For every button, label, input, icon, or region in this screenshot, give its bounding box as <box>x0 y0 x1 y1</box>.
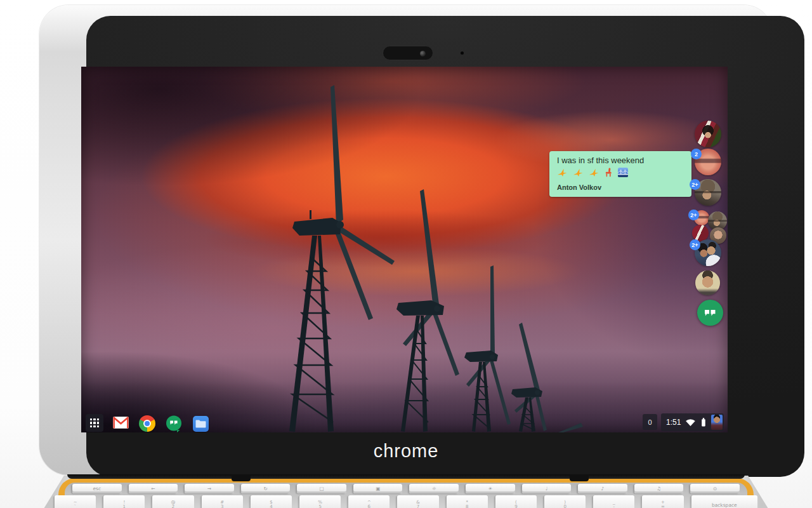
shelf-item-chrome[interactable] <box>139 415 155 432</box>
message-emoji-row <box>557 168 628 177</box>
key-3: #3 <box>202 495 243 508</box>
user-avatar <box>711 415 723 430</box>
hinge-foot <box>570 474 589 481</box>
gmail-icon <box>113 417 129 429</box>
key-4: $4 <box>251 495 292 508</box>
key-9: (9 <box>495 495 537 508</box>
webcam-module <box>383 46 433 60</box>
key-volume-down: ♪ <box>578 484 627 493</box>
message-text: I was in sf this weekend <box>557 156 644 165</box>
app-launcher-button[interactable] <box>86 414 103 432</box>
unread-count-badge: 2+ <box>688 210 699 220</box>
airplane-emoji-icon <box>588 167 599 177</box>
key-5: %5 <box>299 495 341 508</box>
key-7: &7 <box>397 495 438 508</box>
unread-count-badge: 2 <box>691 149 702 159</box>
battery-icon <box>700 417 707 427</box>
key-brightness-down: ☼ <box>409 484 459 493</box>
key-mute: ♩ <box>522 484 572 493</box>
bridge-emoji-icon <box>618 168 628 177</box>
chat-head-contact-1[interactable] <box>695 121 721 147</box>
microphone-hole <box>461 51 464 55</box>
key-refresh: ↻ <box>241 484 291 493</box>
wind-turbines-wallpaper <box>81 67 728 432</box>
notification-counter[interactable]: 0 <box>643 414 657 430</box>
key-volume-up: ♫ <box>634 484 684 493</box>
chat-head-contact-5[interactable] <box>695 271 720 295</box>
wifi-icon <box>685 418 696 427</box>
shelf-item-hangouts[interactable] <box>166 415 182 432</box>
key-6: ^6 <box>348 495 390 508</box>
hangouts-message-bubble[interactable]: I was in sf this weekend Anton Volkov <box>549 151 691 197</box>
webcam-lens-icon <box>420 51 426 57</box>
chat-head-contact-4[interactable]: 2+ <box>695 239 721 266</box>
key-overview: ▣ <box>353 484 403 493</box>
unread-count-badge: 2+ <box>690 179 700 190</box>
chat-head-contact-3[interactable]: 2+ <box>695 179 721 206</box>
keyboard-well: esc ← → ↻ □ ▣ ☼ ☀ ♩ ♪ ♫ ⊙ ~` !1 @2 <box>65 483 747 508</box>
key-2: @2 <box>152 495 193 508</box>
key-forward: → <box>185 484 234 493</box>
hangouts-button[interactable] <box>697 300 723 326</box>
key-0: )0 <box>544 495 586 508</box>
key-brightness-up: ☀ <box>466 484 515 493</box>
files-icon <box>193 416 209 432</box>
key-backspace: backspace <box>691 495 757 508</box>
key-back: ← <box>129 484 178 493</box>
chat-head-contact-2[interactable]: 2 <box>695 149 721 175</box>
unread-count-badge: 2+ <box>690 239 700 250</box>
apps-grid-icon <box>90 418 100 428</box>
chromebook-product-photo: { "device": { "brand_label": "chrome", "… <box>0 0 812 508</box>
key-equals: += <box>642 495 683 508</box>
key-8: *8 <box>447 495 488 508</box>
hinge-strip <box>67 474 745 479</box>
airplane-emoji-icon <box>572 167 584 177</box>
key-grave: ~` <box>55 495 96 508</box>
hangouts-icon <box>166 415 182 432</box>
key-minus: _- <box>593 495 634 508</box>
desktop-screen: I was in sf this weekend Anton Volkov 2 … <box>81 67 728 432</box>
system-tray[interactable]: 1:51 <box>661 413 724 431</box>
laptop-base: esc ← → ↻ □ ▣ ☼ ☀ ♩ ♪ ♫ ⊙ ~` !1 @2 <box>0 474 812 508</box>
chrome-icon <box>139 415 155 432</box>
chat-head-group[interactable]: 2+ <box>691 209 727 242</box>
key-fullscreen: □ <box>297 484 346 493</box>
seat-emoji-icon <box>605 168 612 177</box>
shelf-item-files[interactable] <box>193 416 209 432</box>
hangouts-quotes-icon <box>705 310 716 316</box>
number-key-row: ~` !1 @2 #3 $4 %5 ^6 &7 *8 (9 )0 _- += b… <box>55 495 757 508</box>
message-sender-name: Anton Volkov <box>557 184 601 191</box>
key-esc: esc <box>72 484 122 493</box>
chrome-logo-text: chrome <box>0 441 812 462</box>
function-key-row: esc ← → ↻ □ ▣ ☼ ☀ ♩ ♪ ♫ ⊙ <box>72 484 740 493</box>
clock: 1:51 <box>666 418 681 427</box>
keyboard-accent-trim: esc ← → ↻ □ ▣ ☼ ☀ ♩ ♪ ♫ ⊙ ~` !1 @2 <box>58 478 754 508</box>
shelf-item-gmail[interactable] <box>113 417 129 429</box>
key-1: !1 <box>103 495 145 508</box>
key-power: ⊙ <box>690 484 740 493</box>
airplane-emoji-icon <box>556 167 568 177</box>
hinge-foot <box>232 474 251 481</box>
